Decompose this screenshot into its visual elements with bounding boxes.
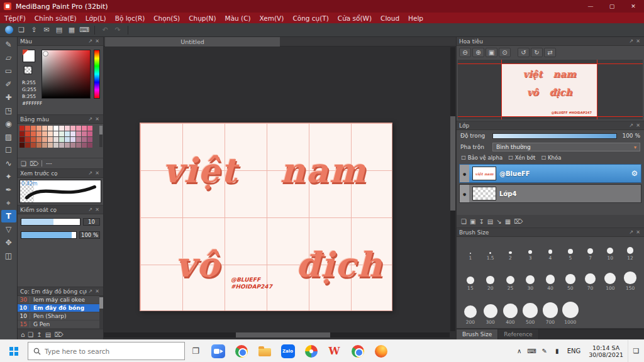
zoom-in-icon[interactable]: ⊕ xyxy=(472,48,484,57)
zoom-icon[interactable] xyxy=(206,340,230,362)
palette-swatch[interactable] xyxy=(87,131,92,136)
palette-swatch[interactable] xyxy=(48,126,53,131)
palette-swatch[interactable] xyxy=(87,137,92,142)
close-panel-icon[interactable]: ✕ xyxy=(94,170,101,176)
pen-nib-tool[interactable]: ✒ xyxy=(1,184,16,196)
save-icon[interactable]: ❏ xyxy=(16,25,27,36)
magic-wand-tool[interactable]: ✦ xyxy=(1,170,16,183)
brush-up-icon[interactable]: ↥ xyxy=(36,331,42,338)
message-icon[interactable]: ✉ xyxy=(41,25,52,36)
brush-size-cell[interactable]: 30 xyxy=(520,263,540,293)
palette-swatch[interactable] xyxy=(87,143,92,148)
checkbox-icon[interactable]: ☐ xyxy=(541,155,546,161)
brush-size-cell[interactable]: 5 xyxy=(560,238,580,263)
add-swatch-icon[interactable]: ❏ xyxy=(21,160,26,167)
wps-office-icon[interactable]: W xyxy=(323,340,346,362)
new-layer-icon[interactable]: ❏ xyxy=(461,218,467,225)
language-indicator[interactable]: ENG xyxy=(564,348,585,354)
palette-swatch[interactable] xyxy=(31,126,36,131)
layer-visibility-icon[interactable]: ● xyxy=(460,185,469,202)
brush-list-item[interactable]: 10Em đây đồ bóng xyxy=(18,304,103,312)
add-brush-icon[interactable]: ❏ xyxy=(28,331,33,338)
text-tool[interactable]: T xyxy=(1,210,16,222)
transform-tool[interactable]: ◳ xyxy=(1,104,16,117)
divide-tool[interactable]: ◫ xyxy=(1,250,16,262)
close-panel-icon[interactable]: ✕ xyxy=(94,38,101,44)
brush-size-cell[interactable]: 1.5 xyxy=(480,238,501,263)
brush-folder-icon[interactable]: ▤ xyxy=(45,331,51,338)
popout-icon[interactable]: ↗ xyxy=(628,38,635,44)
palette-swatch[interactable] xyxy=(76,131,81,136)
search-input[interactable] xyxy=(45,348,179,355)
opacity-slider[interactable] xyxy=(492,133,617,139)
v-scroll-thumb[interactable] xyxy=(450,116,455,211)
palette-swatch[interactable] xyxy=(36,143,42,148)
brush-size-cell[interactable]: 200 xyxy=(460,293,480,327)
navigator-preview[interactable]: việt nam vô địch @BLUEFF #HOIDAP247 xyxy=(458,60,643,119)
horizontal-scroll-thumb[interactable] xyxy=(236,332,330,337)
palette-swatch[interactable] xyxy=(76,126,81,131)
palette-swatch[interactable] xyxy=(59,131,64,136)
brush-size-cell[interactable]: 7 xyxy=(580,238,601,263)
palette-swatch[interactable] xyxy=(36,131,42,136)
close-button[interactable]: ✕ xyxy=(623,0,644,13)
palette-swatch[interactable] xyxy=(53,126,58,131)
brush-size-cell[interactable]: 700 xyxy=(540,293,560,327)
brush-parameter-slider[interactable] xyxy=(21,231,77,239)
palette-swatch[interactable] xyxy=(25,131,30,136)
minimize-button[interactable]: — xyxy=(580,0,601,13)
merge-layer-icon[interactable]: ↘ xyxy=(496,218,501,225)
popout-icon[interactable]: ↗ xyxy=(87,288,94,294)
tab-reference[interactable]: Reference xyxy=(498,329,538,339)
transparent-color-swatch[interactable] xyxy=(24,66,32,74)
battery-icon[interactable]: ▮ xyxy=(551,348,564,354)
transfer-layer-icon[interactable]: ↧ xyxy=(479,218,484,225)
close-panel-icon[interactable]: ✕ xyxy=(94,288,101,294)
firefox-icon[interactable] xyxy=(369,340,392,362)
zalo-icon[interactable]: Zalo xyxy=(276,340,299,362)
brush-size-cell[interactable]: 500 xyxy=(520,293,540,327)
brush-size-cell[interactable]: 1 xyxy=(460,238,480,263)
layer-grid-icon[interactable]: ▦ xyxy=(505,218,511,225)
foreground-color-swatch[interactable] xyxy=(23,50,35,62)
menu-item[interactable]: Chụp(N) xyxy=(184,13,220,23)
delete-brush-icon[interactable]: ⌦ xyxy=(54,331,63,338)
task-view-button[interactable]: ❐ xyxy=(185,346,206,356)
palette-swatch[interactable] xyxy=(82,131,87,136)
palette-swatch[interactable] xyxy=(42,143,47,148)
shortcut-bar-icon[interactable]: ⌨ xyxy=(79,25,90,36)
checkbox-icon[interactable]: ☐ xyxy=(461,155,466,161)
popout-icon[interactable]: ↗ xyxy=(87,207,94,212)
menu-item[interactable]: Help xyxy=(404,13,428,23)
palette-swatch[interactable] xyxy=(25,143,30,148)
marquee-tool[interactable]: ▭ xyxy=(1,65,16,77)
palette-swatch[interactable] xyxy=(48,131,53,136)
brush-size-cell[interactable]: 4 xyxy=(540,238,560,263)
brush-list-item[interactable]: 10Pen (Sharp) xyxy=(18,312,103,321)
palette-swatch[interactable] xyxy=(42,131,47,136)
eraser-tool[interactable]: ▱ xyxy=(1,52,16,64)
popout-icon[interactable]: ↗ xyxy=(87,170,94,176)
zoom-out-icon[interactable]: ⊖ xyxy=(459,48,471,57)
palette-swatch[interactable] xyxy=(31,137,36,142)
brush-size-cell[interactable]: 70 xyxy=(580,263,601,293)
horizontal-scrollbar[interactable] xyxy=(104,332,450,337)
layer-visibility-icon[interactable]: ● xyxy=(460,165,469,182)
move-tool[interactable]: ✚ xyxy=(1,91,16,104)
touch-keyboard-icon[interactable]: ⌨ xyxy=(526,348,538,354)
menu-item[interactable]: Cloud xyxy=(376,13,404,23)
brush-size-cell[interactable]: 2 xyxy=(501,238,521,263)
brush-size-cell[interactable]: 25 xyxy=(501,263,521,293)
palette-swatch[interactable] xyxy=(53,131,58,136)
palette-swatch[interactable] xyxy=(82,143,87,148)
brush-size-cell[interactable]: 400 xyxy=(501,293,521,327)
palette-swatch[interactable] xyxy=(82,137,87,142)
brush-size-cell[interactable]: 20 xyxy=(480,263,501,293)
palette-swatch[interactable] xyxy=(25,126,30,131)
brush-size-cell[interactable]: 10 xyxy=(600,238,620,263)
palette-swatch[interactable] xyxy=(42,126,47,131)
layer-option-checkbox[interactable]: ☐Bảo vệ alpha xyxy=(461,155,502,161)
palette-swatch[interactable] xyxy=(31,143,36,148)
brush-size-cell[interactable]: 1000 xyxy=(560,293,580,327)
brush-size-cell[interactable]: 12 xyxy=(620,238,640,263)
